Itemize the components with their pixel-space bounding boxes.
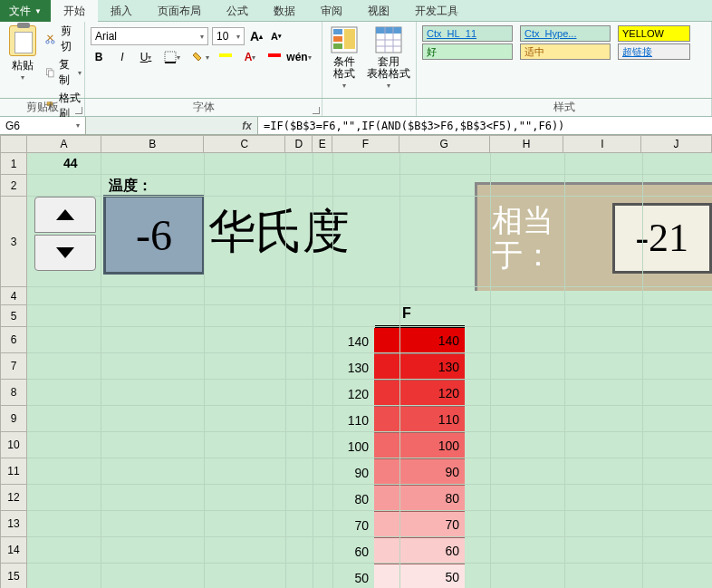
col-header-H[interactable]: H [490,135,564,153]
triangle-down-icon [55,246,75,259]
select-all-corner[interactable] [0,135,27,153]
row-header-13[interactable]: 13 [0,511,27,537]
underline-button[interactable]: U▾ [138,49,154,65]
tab-insert[interactable]: 插入 [98,0,145,22]
temp-label: 温度： [109,177,152,196]
tab-dev[interactable]: 开发工具 [402,0,471,22]
row-header-12[interactable]: 12 [0,485,27,511]
tab-home[interactable]: 开始 [51,0,98,22]
row-header-5[interactable]: 5 [0,305,27,327]
thermo-row[interactable]: 5050 [378,564,465,588]
tab-data[interactable]: 数据 [261,0,308,22]
svg-point-1 [52,41,54,43]
svg-marker-19 [56,209,74,220]
col-header-B[interactable]: B [101,135,205,153]
thermo-row[interactable]: 9090 [378,459,465,486]
style-ctx-hype[interactable]: Ctx_Hype... [520,25,611,42]
row-header-3[interactable]: 3 [0,197,27,287]
increase-font-button[interactable]: A▴ [248,28,265,44]
style-yellow[interactable]: YELLOW [618,25,690,42]
copy-icon [45,66,55,79]
thermo-f-label: 120 [329,381,374,407]
col-header-D[interactable]: D [285,135,313,153]
unit-label: 华氏度 [208,200,350,264]
thermo-row[interactable]: 7070 [378,512,465,538]
row-header-6[interactable]: 6 [0,327,27,353]
spinner-down-button[interactable] [34,235,96,271]
group-label-styles: 样式 [417,99,712,116]
thermo-row[interactable]: 6060 [378,538,465,564]
tab-review[interactable]: 审阅 [308,0,355,22]
font-name-select[interactable]: Arial▾ [91,27,208,45]
row-header-15[interactable]: 15 [0,564,27,588]
tab-view[interactable]: 视图 [355,0,402,22]
col-header-C[interactable]: C [204,135,285,153]
conditional-format-button[interactable]: 条件格式▾ [328,25,360,90]
col-header-E[interactable]: E [313,135,332,153]
style-neutral[interactable]: 适中 [520,43,611,60]
svg-marker-20 [56,247,74,258]
phonetic-button[interactable]: wén▾ [288,49,310,65]
thermo-row[interactable]: 100100 [378,433,465,459]
style-hyperlink[interactable]: 超链接 [618,43,690,60]
thermo-f-label: 90 [329,459,374,486]
font-color-button[interactable]: A▾ [239,49,261,65]
thermo-f-value: 110 [374,407,465,433]
group-label-font: 字体 [85,99,322,116]
fx-icon[interactable]: fx [242,120,252,132]
svg-rect-6 [165,52,176,63]
temperature-value-box[interactable]: -6 [103,195,205,275]
group-label-clipboard: 剪贴板 [0,99,85,116]
group-label-format [322,99,417,116]
table-format-button[interactable]: 套用 表格格式▾ [367,25,410,90]
thermo-f-value: 100 [374,433,465,459]
style-good[interactable]: 好 [422,43,513,60]
thermo-f-label: 50 [329,564,374,588]
thermo-row[interactable]: 120120 [378,381,465,407]
thermo-f-value: 80 [374,486,465,512]
name-box[interactable]: G6▾ [0,117,86,134]
thermo-f-label: 70 [329,512,374,538]
thermo-row[interactable]: 130130 [378,354,465,381]
formula-bar-buttons: fx [86,117,258,134]
cut-button[interactable]: 剪切 [45,24,82,54]
tab-formula[interactable]: 公式 [214,0,261,22]
thermo-f-label: 140 [329,328,374,354]
font-size-select[interactable]: 10▾ [212,27,245,45]
spinner-up-button[interactable] [34,197,96,233]
thermo-row[interactable]: 8080 [378,486,465,512]
col-header-A[interactable]: A [27,135,101,153]
thermo-row[interactable]: 110110 [378,407,465,433]
border-button[interactable]: ▾ [161,49,183,65]
col-header-J[interactable]: J [641,135,712,153]
row-header-14[interactable]: 14 [0,537,27,564]
row-header-2[interactable]: 2 [0,175,27,197]
copy-button[interactable]: 复制▾ [45,57,82,88]
fill-color-button[interactable]: ▾ [190,49,212,65]
row-header-10[interactable]: 10 [0,432,27,458]
decrease-font-button[interactable]: A▾ [268,28,284,44]
thermo-f-label: 130 [329,354,374,381]
tab-file[interactable]: 文件▼ [0,0,51,22]
cell-a1[interactable]: 44 [63,156,78,170]
thermo-f-value: 130 [374,354,465,381]
row-header-11[interactable]: 11 [0,458,27,485]
thermo-row[interactable]: 140140 [378,328,465,354]
col-header-I[interactable]: I [563,135,641,153]
bold-button[interactable]: B [91,49,107,65]
row-header-1[interactable]: 1 [0,153,27,175]
row-header-9[interactable]: 9 [0,406,27,432]
equivalent-panel: 相当于： -21 [475,182,712,291]
thermo-f-value: 90 [374,459,465,486]
tab-layout[interactable]: 页面布局 [145,0,214,22]
col-header-F[interactable]: F [332,135,399,153]
style-ctx-hl[interactable]: Ctx_HL_11 [422,25,513,42]
thermo-f-label: 60 [329,538,374,564]
formula-input[interactable]: =IF($B$3=F6,"",IF(AND($B$3>F6,$B$3<F5),"… [258,117,712,134]
row-header-4[interactable]: 4 [0,287,27,305]
italic-button[interactable]: I [114,49,130,65]
col-header-G[interactable]: G [399,135,490,153]
row-header-8[interactable]: 8 [0,380,27,406]
equivalent-value-box: -21 [612,203,712,274]
row-header-7[interactable]: 7 [0,353,27,380]
